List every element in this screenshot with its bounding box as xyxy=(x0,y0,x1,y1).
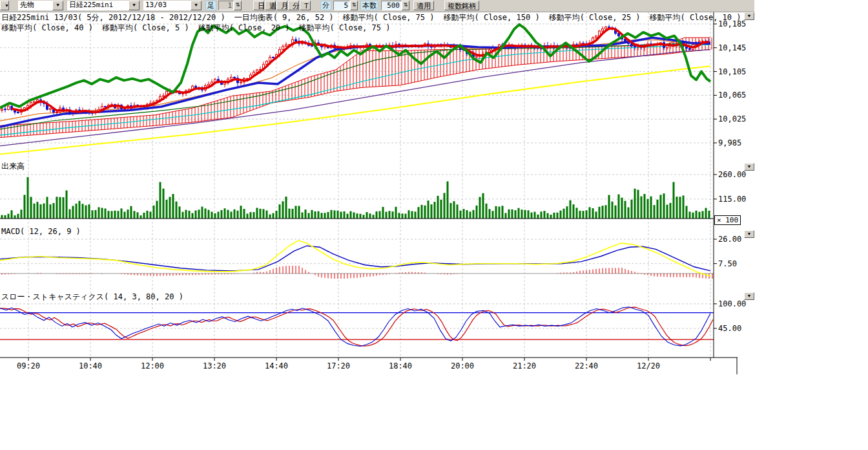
stochastics-panel-title: スロー・ストキャスティクス( 14, 3, 80, 20 ) xyxy=(1,292,183,303)
legend-item: 移動平均( Close, 40 ) xyxy=(1,23,93,34)
macd-tick-label: 26.00 xyxy=(718,235,741,244)
time-tick-label: 09:20 xyxy=(9,361,48,370)
stoch-tick-label: 45.00 xyxy=(718,324,741,333)
price-tick-label: 10,025 xyxy=(718,114,746,123)
macd-panel-title: MACD( 12, 26, 9 ) xyxy=(1,227,81,236)
legend-row-1: 日経225mini 13/03( 5分, 2012/12/18 - 2012/1… xyxy=(1,12,741,23)
legend-item: 日経225mini 13/03( 5分, 2012/12/18 - 2012/1… xyxy=(1,12,225,23)
time-tick-label: 20:00 xyxy=(443,361,482,370)
price-tick-label: 9,985 xyxy=(718,138,741,147)
ma-40-line xyxy=(0,43,710,129)
price-tick-label: 10,145 xyxy=(718,43,746,52)
legend-item: 一目均衡表( 9, 26, 52 ) xyxy=(234,12,334,23)
legend-item: 移動平均( Close, 75 ) xyxy=(343,12,435,23)
legend-item: 移動平均( Close, 150 ) xyxy=(444,12,540,23)
volume-tick-label: 115.00 xyxy=(718,195,746,204)
ma-purple-line xyxy=(0,50,710,146)
ma-10-line xyxy=(12,28,709,112)
price-panel-dropdown-button[interactable]: ▼ xyxy=(744,12,754,20)
legend-item: 移動平均( Close, 20 ) xyxy=(198,23,290,34)
legend-item: 移動平均( Close, 25 ) xyxy=(549,12,641,23)
time-tick-label: 22:40 xyxy=(567,361,606,370)
macd-panel-dropdown-button[interactable]: ▼ xyxy=(744,230,754,238)
volume-bars xyxy=(1,177,710,219)
time-tick-label: 18:40 xyxy=(381,361,420,370)
plot-area xyxy=(0,12,714,358)
volume-scale-badge: × 100 xyxy=(714,215,741,225)
stoch-panel-dropdown-button[interactable]: ▼ xyxy=(744,292,754,300)
time-tick-label: 10:40 xyxy=(71,361,110,370)
time-tick-label: 17:20 xyxy=(319,361,358,370)
legend-row-2: 移動平均( Close, 40 )移動平均( Close, 5 )移動平均( C… xyxy=(1,23,390,34)
price-tick-label: 10,065 xyxy=(718,91,746,100)
volume-tick-label: 260.00 xyxy=(718,170,746,179)
macd-line xyxy=(0,241,710,276)
time-tick-label: 13:20 xyxy=(195,361,234,370)
volume-panel-dropdown-button[interactable]: ▼ xyxy=(744,163,754,171)
price-tick-label: 10,185 xyxy=(718,19,746,28)
legend-item: 移動平均( Close, 5 ) xyxy=(102,23,189,34)
stoch-tick-label: 100.00 xyxy=(718,299,746,308)
legend-item: 移動平均( Close, 75 ) xyxy=(299,23,391,34)
candlesticks xyxy=(1,25,710,116)
volume-panel-title: 出来高 xyxy=(1,161,25,172)
chart-application-window: ▼ 先物 ▼ 日経225mini ▼ 13/03 ▼ 足 1 ⇅ 日週月分T 分… xyxy=(0,0,868,450)
time-tick-label: 21:20 xyxy=(505,361,544,370)
time-tick-label: 12:00 xyxy=(133,361,172,370)
time-tick-label: 14:40 xyxy=(257,361,296,370)
time-tick-label: 12/20 xyxy=(629,361,668,370)
macd-tick-label: 7.50 xyxy=(718,259,737,268)
ma-150-line xyxy=(0,66,710,154)
price-tick-label: 10,105 xyxy=(718,67,746,76)
